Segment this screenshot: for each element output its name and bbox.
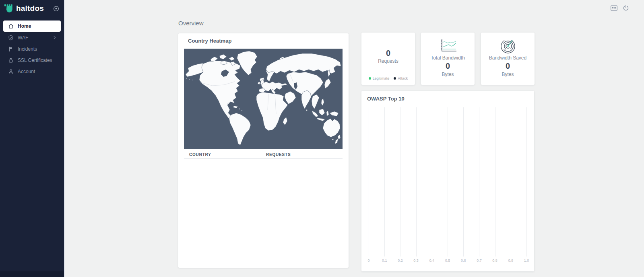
gridline xyxy=(463,107,464,256)
gridline xyxy=(432,107,432,256)
sidebar: haltdos Home WAF xyxy=(0,0,65,277)
bandwidth-saved-card: Bandwidth Saved 0 Bytes xyxy=(481,33,535,85)
gridline xyxy=(416,107,417,256)
gridline xyxy=(400,107,400,256)
gridline xyxy=(479,107,479,256)
home-icon xyxy=(8,23,14,29)
world-map xyxy=(184,49,343,149)
sidebar-item-label: SSL Certificates xyxy=(18,57,52,63)
gridline xyxy=(526,107,527,256)
bandwidth-saved-unit: Bytes xyxy=(502,72,514,77)
sidebar-item-label: WAF xyxy=(18,35,28,41)
radar-spiral-icon xyxy=(499,37,517,53)
brand-name: haltdos xyxy=(16,4,44,13)
country-table: Country Requests xyxy=(184,150,343,159)
area-chart-icon xyxy=(439,37,457,53)
sidebar-footer xyxy=(0,271,64,277)
legitimate-dot xyxy=(369,77,371,80)
total-bandwidth-card: Total Bandwidth 0 Bytes xyxy=(421,33,475,85)
requests-stat-card: 0 Requests Legitimate Attack xyxy=(361,33,415,85)
sidebar-item-account[interactable]: Account xyxy=(3,66,61,77)
x-tick: 0.7 xyxy=(477,259,482,263)
gridline xyxy=(369,107,369,256)
sidebar-item-incidents[interactable]: Incidents xyxy=(3,43,61,54)
requests-value: 0 xyxy=(386,49,390,57)
legend-label: Attack xyxy=(398,76,408,80)
brand: haltdos xyxy=(0,0,64,13)
sidebar-nav: Home WAF Incident xyxy=(0,21,64,77)
country-table-header: Country Requests xyxy=(184,150,343,159)
sidebar-item-label: Home xyxy=(18,23,31,29)
gridline xyxy=(384,107,385,256)
flag-icon xyxy=(8,46,14,52)
x-tick: 0.5 xyxy=(445,259,450,263)
total-bandwidth-unit: Bytes xyxy=(442,72,454,77)
legend-item-legitimate: Legitimate xyxy=(369,76,390,80)
gridline xyxy=(495,107,495,256)
x-tick: 0.6 xyxy=(461,259,466,263)
x-tick: 0 xyxy=(367,259,369,263)
x-tick: 0.4 xyxy=(429,259,435,263)
user-icon xyxy=(8,69,14,74)
legend-item-attack: Attack xyxy=(394,76,408,80)
heatmap-title: Country Heatmap xyxy=(188,38,231,44)
sidebar-item-label: Incidents xyxy=(18,46,37,52)
owasp-top10-card: OWASP Top 10 0 0.1 0.2 0.3 0.4 0.5 0.6 0… xyxy=(361,91,534,271)
legend-label: Legitimate xyxy=(373,76,390,80)
total-bandwidth-value: 0 xyxy=(446,62,450,71)
bandwidth-saved-label: Bandwidth Saved xyxy=(489,55,526,61)
haltdos-logo-icon xyxy=(4,4,13,13)
sidebar-item-label: Account xyxy=(18,69,35,74)
billing-card-icon[interactable] xyxy=(611,5,617,11)
owasp-title: OWASP Top 10 xyxy=(367,96,405,102)
sidebar-item-waf[interactable]: WAF xyxy=(3,32,61,43)
x-tick: 0.9 xyxy=(508,259,514,263)
x-tick: 0.2 xyxy=(398,259,403,263)
country-heatmap-card: Country Heatmap xyxy=(178,33,349,268)
chevron-right-icon xyxy=(52,35,57,40)
x-tick: 0.8 xyxy=(492,259,497,263)
gridline xyxy=(511,107,511,256)
bandwidth-saved-value: 0 xyxy=(506,62,510,71)
target-icon[interactable] xyxy=(53,6,59,12)
requests-legend: Legitimate Attack xyxy=(369,76,408,80)
gridline xyxy=(448,107,448,256)
lock-icon xyxy=(8,57,14,63)
owasp-x-axis: 0 0.1 0.2 0.3 0.4 0.5 0.6 0.7 0.8 0.9 1.… xyxy=(369,259,526,263)
x-tick: 0.3 xyxy=(413,259,419,263)
power-icon[interactable] xyxy=(623,5,629,11)
owasp-chart xyxy=(369,107,526,256)
sidebar-item-ssl-certificates[interactable]: SSL Certificates xyxy=(3,55,61,66)
page-title: Overview xyxy=(178,20,204,27)
x-tick: 0.1 xyxy=(382,259,387,263)
attack-dot xyxy=(394,77,396,80)
shield-icon xyxy=(8,35,14,41)
sidebar-item-home[interactable]: Home xyxy=(3,21,61,32)
column-header-requests: Requests xyxy=(266,152,343,157)
requests-label: Requests xyxy=(378,58,398,64)
total-bandwidth-label: Total Bandwidth xyxy=(431,55,465,61)
column-header-country: Country xyxy=(184,152,266,157)
x-tick: 1.0 xyxy=(524,259,529,263)
